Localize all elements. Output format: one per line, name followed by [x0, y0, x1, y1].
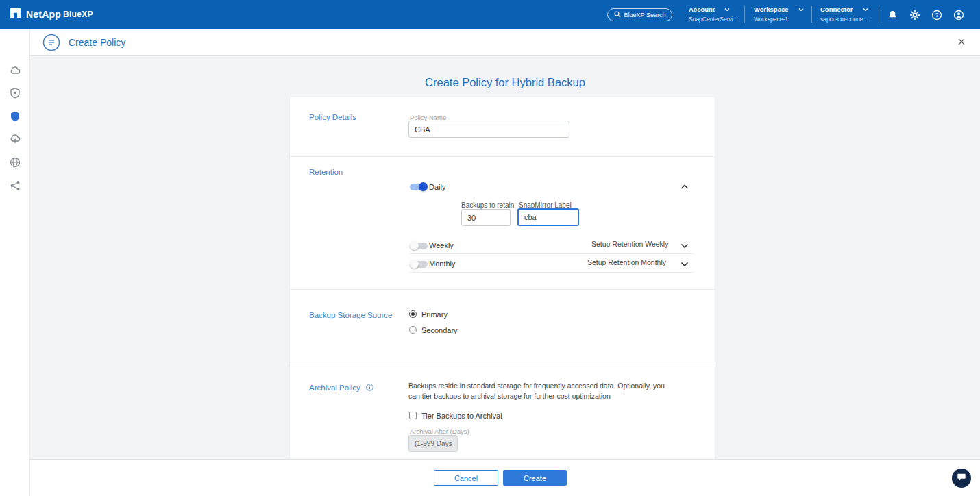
account-menu[interactable]: Account SnapCenterServi...	[689, 5, 752, 23]
topbar-separator	[879, 6, 879, 23]
monthly-toggle[interactable]	[410, 260, 428, 269]
workspace-menu[interactable]: Workspace Workspace-1	[754, 5, 817, 23]
chevron-up-icon[interactable]	[681, 180, 689, 193]
page-title: Create Policy for Hybrid Backup	[30, 76, 980, 89]
section-divider	[290, 289, 715, 290]
section-label-backup-storage-source: Backup Storage Source	[309, 311, 392, 319]
chat-button[interactable]	[952, 469, 971, 488]
toggle-knob	[419, 182, 428, 191]
primary-radio-label: Primary	[421, 310, 448, 319]
secondary-radio-label: Secondary	[421, 326, 458, 334]
cloud-icon[interactable]	[9, 64, 21, 77]
connector-menu-label: Connector	[820, 5, 853, 13]
weekly-toggle[interactable]	[410, 241, 428, 250]
page-header: Create Policy	[30, 29, 980, 56]
policy-doc-icon	[42, 34, 60, 54]
content-area: Create Policy for Hybrid Backup Policy D…	[30, 56, 980, 459]
toggle-knob	[410, 260, 419, 269]
cloud-backup-icon[interactable]	[9, 133, 21, 145]
section-label-archival-policy: Archival Policy	[309, 384, 373, 393]
tier-backups-checkbox[interactable]	[409, 412, 417, 419]
connector-menu[interactable]: Connector sapcc-cm-conne...	[820, 5, 883, 23]
row-divider	[410, 253, 694, 254]
chevron-down-icon	[798, 5, 804, 13]
workspace-menu-value: Workspace-1	[754, 16, 817, 23]
gear-icon[interactable]	[909, 9, 920, 21]
page-header-title: Create Policy	[69, 37, 125, 48]
tier-backups-checkbox-label: Tier Backups to Archival	[421, 412, 502, 420]
section-divider	[290, 362, 715, 362]
archival-policy-label: Archival Policy	[309, 384, 360, 392]
close-icon[interactable]	[957, 37, 968, 48]
search-icon	[614, 11, 621, 19]
share-icon[interactable]	[9, 179, 21, 192]
archival-description-line1: Backups reside in standard storage for f…	[408, 381, 665, 391]
workspace-menu-label: Workspace	[754, 5, 789, 13]
section-label-retention: Retention	[309, 168, 343, 176]
setup-retention-weekly-label: Setup Retention Weekly	[591, 240, 668, 248]
topbar-separator	[811, 6, 812, 23]
backups-to-retain-label: Backups to retain	[461, 201, 514, 209]
product-name: BlueXP	[63, 0, 93, 29]
archival-description: Backups reside in standard storage for f…	[408, 381, 665, 401]
setup-retention-monthly-label: Setup Retention Monthly	[587, 258, 666, 266]
create-button[interactable]: Create	[503, 470, 567, 486]
shield-icon[interactable]	[9, 110, 21, 123]
row-divider	[410, 272, 694, 273]
info-icon[interactable]	[366, 384, 373, 393]
monthly-label: Monthly	[429, 260, 456, 268]
shield-heart-icon[interactable]	[9, 87, 21, 99]
daily-toggle[interactable]	[410, 182, 428, 191]
backups-to-retain-input[interactable]	[461, 209, 511, 226]
chat-icon	[957, 472, 966, 484]
user-icon[interactable]	[953, 9, 964, 21]
svg-text:?: ?	[935, 12, 938, 18]
chevron-down-icon	[724, 5, 730, 13]
help-icon[interactable]: ?	[931, 9, 942, 21]
weekly-label: Weekly	[429, 241, 454, 249]
brand-name: NetApp	[26, 9, 61, 20]
chevron-down-icon[interactable]	[681, 239, 689, 251]
daily-label: Daily	[429, 183, 445, 191]
toggle-knob	[410, 241, 419, 250]
top-navigation-bar: NetApp BlueXP BlueXP Search Account Snap…	[0, 0, 980, 29]
policy-name-input[interactable]	[408, 121, 569, 138]
policy-form-card: Policy Details Policy Name Retention Dai…	[290, 97, 715, 459]
search-label: BlueXP Search	[624, 12, 666, 18]
topbar-separator	[744, 6, 745, 23]
account-menu-value: SnapCenterServi...	[689, 16, 752, 23]
netapp-logo-icon	[10, 8, 21, 22]
chevron-down-icon	[863, 5, 868, 13]
footer-bar: Cancel Create	[30, 459, 980, 496]
snapmirror-label-input[interactable]	[517, 208, 579, 226]
section-divider	[290, 156, 715, 157]
archival-description-line2: can tier backups to archival storage for…	[408, 391, 665, 401]
bluexp-search[interactable]: BlueXP Search	[607, 8, 672, 21]
left-sidebar	[0, 29, 30, 496]
archival-after-label: Archival After (Days)	[410, 427, 469, 435]
secondary-radio[interactable]	[409, 326, 417, 334]
netapp-logo[interactable]: NetApp	[10, 0, 61, 29]
bell-icon[interactable]	[887, 9, 898, 21]
cancel-button[interactable]: Cancel	[434, 470, 498, 486]
connector-menu-value: sapcc-cm-conne...	[820, 16, 883, 23]
account-menu-label: Account	[689, 5, 715, 13]
globe-icon[interactable]	[9, 156, 21, 169]
section-label-policy-details: Policy Details	[309, 113, 356, 121]
chevron-down-icon[interactable]	[681, 258, 689, 270]
app-root: NetApp BlueXP BlueXP Search Account Snap…	[0, 0, 980, 496]
primary-radio[interactable]	[409, 310, 417, 318]
archival-after-input[interactable]	[408, 435, 458, 452]
